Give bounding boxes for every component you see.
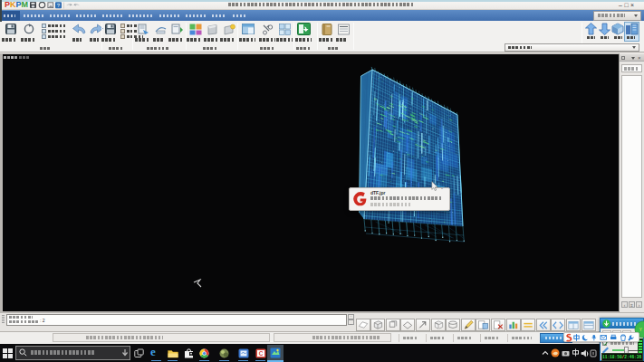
svg-text:C: C [259,350,264,357]
